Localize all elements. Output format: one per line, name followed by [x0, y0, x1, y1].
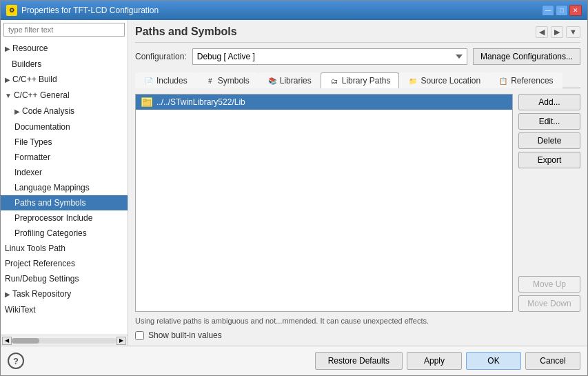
- library-paths-icon: 🗂: [330, 76, 339, 86]
- tab-library-paths-label: Library Paths: [342, 76, 391, 86]
- move-down-button[interactable]: Move Down: [518, 295, 580, 312]
- sidebar-item-run-debug-settings[interactable]: Run/Debug Settings: [1, 271, 128, 286]
- tree: ▶Resource Builders ▶C/C++ Build ▼C/C++ G…: [1, 39, 128, 335]
- restore-defaults-button[interactable]: Restore Defaults: [315, 352, 403, 370]
- configuration-label: Configuration:: [135, 52, 187, 61]
- sidebar-item-language-mappings[interactable]: Language Mappings: [1, 180, 128, 195]
- sidebar-item-code-analysis[interactable]: ▶Code Analysis: [1, 103, 128, 119]
- show-builtin-checkbox[interactable]: [135, 331, 144, 340]
- includes-icon: 📄: [144, 76, 154, 86]
- tab-content: ../../STwinLibrary522/Lib Add... Edit...…: [135, 94, 580, 312]
- add-button[interactable]: Add...: [518, 94, 580, 110]
- help-button[interactable]: ?: [8, 353, 24, 369]
- sidebar-item-profiling-categories[interactable]: Profiling Categories: [1, 226, 128, 241]
- bottom-left: ?: [8, 353, 311, 369]
- sidebar-item-builders[interactable]: Builders: [1, 57, 128, 72]
- sidebar-item-preprocessor-include[interactable]: Preprocessor Include: [1, 210, 128, 226]
- cancel-button[interactable]: Cancel: [525, 352, 580, 370]
- sidebar-item-documentation[interactable]: Documentation: [1, 119, 128, 135]
- panel-title-text: Paths and Symbols: [135, 26, 237, 38]
- bottom-bar: ? Restore Defaults Apply OK Cancel: [1, 346, 587, 375]
- source-location-icon: 📁: [408, 76, 418, 86]
- main-content: ▶Resource Builders ▶C/C++ Build ▼C/C++ G…: [1, 20, 587, 346]
- manage-configurations-button[interactable]: Manage Configurations...: [473, 48, 580, 65]
- ok-button[interactable]: OK: [466, 352, 521, 370]
- sidebar: ▶Resource Builders ▶C/C++ Build ▼C/C++ G…: [1, 20, 128, 346]
- tab-symbols-label: Symbols: [218, 76, 250, 86]
- tab-library-paths[interactable]: 🗂 Library Paths: [321, 72, 400, 88]
- delete-button[interactable]: Delete: [518, 132, 580, 149]
- sidebar-item-build[interactable]: ▶C/C++ Build: [1, 72, 128, 88]
- window-icon: ⚙: [6, 5, 17, 16]
- window-controls: — □ ✕: [542, 5, 582, 16]
- sidebar-item-wikitext[interactable]: WikiText: [1, 302, 128, 317]
- export-button[interactable]: Export: [518, 152, 580, 168]
- tab-references[interactable]: 📋 References: [489, 72, 562, 88]
- tabs-bar: 📄 Includes # Symbols 📚 Libraries 🗂 Libra…: [135, 72, 580, 88]
- tree-arrow-build: ▶: [5, 74, 10, 86]
- sidebar-item-paths-and-symbols[interactable]: Paths and Symbols: [1, 195, 128, 210]
- scroll-left-btn[interactable]: ◀: [2, 337, 12, 345]
- tab-source-location-label: Source Location: [420, 76, 480, 86]
- libraries-icon: 📚: [267, 76, 277, 86]
- sidebar-item-project-references[interactable]: Project References: [1, 256, 128, 271]
- main-window: ⚙ Properties for TFT-LCD Configuration —…: [0, 0, 588, 376]
- tab-includes-label: Includes: [156, 76, 187, 86]
- tab-symbols[interactable]: # Symbols: [196, 72, 258, 88]
- edit-button[interactable]: Edit...: [518, 113, 580, 130]
- sidebar-item-indexer[interactable]: Indexer: [1, 165, 128, 180]
- sidebar-item-file-types[interactable]: File Types: [1, 135, 128, 150]
- tree-arrow-task: ▶: [5, 288, 10, 301]
- tree-arrow: ▶: [5, 43, 10, 55]
- library-paths-list: ../../STwinLibrary522/Lib: [135, 94, 513, 312]
- svg-rect-1: [143, 99, 146, 101]
- panel-title-bar: Paths and Symbols ◀ ▶ ▼: [135, 26, 580, 43]
- sidebar-scrollbar[interactable]: ◀ ▶: [1, 335, 128, 346]
- list-item-label: ../../STwinLibrary522/Lib: [156, 97, 245, 107]
- tab-libraries-label: Libraries: [280, 76, 312, 86]
- tree-arrow-general: ▼: [5, 90, 12, 102]
- close-button[interactable]: ✕: [569, 5, 582, 16]
- sidebar-item-task-repository[interactable]: ▶Task Repository: [1, 286, 128, 302]
- list-item[interactable]: ../../STwinLibrary522/Lib: [136, 95, 512, 110]
- show-builtin-label[interactable]: Show built-in values: [148, 330, 222, 340]
- filter-input[interactable]: [3, 23, 125, 37]
- help-icon: ?: [13, 356, 19, 366]
- minimize-button[interactable]: —: [542, 5, 554, 16]
- configuration-row: Configuration: Debug [ Active ] Manage C…: [135, 48, 580, 65]
- nav-back-button[interactable]: ◀: [536, 26, 548, 38]
- apply-button[interactable]: Apply: [407, 352, 462, 370]
- side-buttons: Add... Edit... Delete Export Move Up Mov…: [518, 94, 580, 312]
- move-up-button[interactable]: Move Up: [518, 276, 580, 293]
- references-icon: 📋: [498, 76, 508, 86]
- sidebar-item-resource[interactable]: ▶Resource: [1, 41, 128, 57]
- sidebar-item-linux-tools-path[interactable]: Linux Tools Path: [1, 241, 128, 256]
- tab-includes[interactable]: 📄 Includes: [135, 72, 196, 88]
- symbols-icon: #: [205, 76, 215, 86]
- nav-forward-button[interactable]: ▶: [551, 26, 563, 38]
- nav-dropdown-button[interactable]: ▼: [566, 26, 580, 38]
- folder-icon: [141, 97, 152, 107]
- right-panel: Paths and Symbols ◀ ▶ ▼ Configuration: D…: [128, 20, 587, 346]
- show-builtin-row: Show built-in values: [135, 330, 580, 340]
- tab-references-label: References: [511, 76, 553, 86]
- scroll-track[interactable]: [12, 338, 116, 344]
- tree-arrow-code: ▶: [14, 106, 20, 118]
- sidebar-item-general[interactable]: ▼C/C++ General: [1, 88, 128, 103]
- scroll-right-btn[interactable]: ▶: [116, 337, 126, 345]
- tab-source-location[interactable]: 📁 Source Location: [399, 72, 489, 88]
- configuration-select[interactable]: Debug [ Active ]: [192, 48, 467, 65]
- tab-libraries[interactable]: 📚 Libraries: [258, 72, 321, 88]
- panel-nav: ◀ ▶ ▼: [536, 26, 580, 38]
- title-bar: ⚙ Properties for TFT-LCD Configuration —…: [1, 1, 587, 20]
- maximize-button[interactable]: □: [556, 5, 568, 16]
- scroll-thumb: [12, 338, 39, 344]
- window-title: Properties for TFT-LCD Configuration: [21, 6, 542, 15]
- warning-text: Using relative paths is ambiguous and no…: [135, 316, 580, 326]
- sidebar-item-formatter[interactable]: Formatter: [1, 150, 128, 165]
